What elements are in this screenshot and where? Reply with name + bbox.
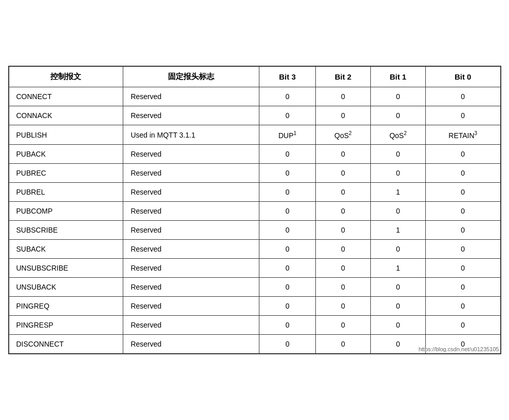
cell-bit0: RETAIN3 bbox=[425, 125, 500, 145]
table-row: PINGRESPReserved0000 bbox=[9, 316, 501, 335]
cell-bit3: 0 bbox=[259, 164, 316, 183]
cell-bit2: 0 bbox=[315, 106, 370, 125]
table-row: SUBACKReserved0000 bbox=[9, 240, 501, 259]
cell-bit0: 0 bbox=[425, 278, 500, 297]
cell-bit1: 0 bbox=[370, 240, 425, 259]
cell-bit2: 0 bbox=[315, 183, 370, 202]
cell-bit1: 0 bbox=[370, 106, 425, 125]
cell-control: PINGRESP bbox=[9, 316, 123, 335]
cell-bit0: 0 bbox=[425, 202, 500, 221]
table-row: UNSUBACKReserved0000 bbox=[9, 278, 501, 297]
cell-bit1: 0 bbox=[370, 316, 425, 335]
cell-bit3: 0 bbox=[259, 202, 316, 221]
table-wrapper: 控制报文 固定报头标志 Bit 3 Bit 2 Bit 1 Bit 0 CONN… bbox=[8, 66, 501, 355]
col-header-flags: 固定报头标志 bbox=[123, 66, 259, 87]
cell-control: CONNECT bbox=[9, 87, 123, 106]
cell-control: PUBACK bbox=[9, 145, 123, 164]
cell-bit3: 0 bbox=[259, 259, 316, 278]
cell-bit3: 0 bbox=[259, 106, 316, 125]
cell-bit0: 0 bbox=[425, 145, 500, 164]
cell-bit1: 1 bbox=[370, 259, 425, 278]
cell-flags: Reserved bbox=[123, 278, 259, 297]
cell-flags: Reserved bbox=[123, 145, 259, 164]
cell-bit3: 0 bbox=[259, 335, 316, 354]
cell-bit3: 0 bbox=[259, 297, 316, 316]
cell-bit1: 0 bbox=[370, 164, 425, 183]
cell-flags: Reserved bbox=[123, 221, 259, 240]
cell-flags: Reserved bbox=[123, 259, 259, 278]
cell-control: PUBREC bbox=[9, 164, 123, 183]
cell-bit3: DUP1 bbox=[259, 125, 316, 145]
cell-bit1: 0 bbox=[370, 335, 425, 354]
table-row: SUBSCRIBEReserved0010 bbox=[9, 221, 501, 240]
cell-control: PUBCOMP bbox=[9, 202, 123, 221]
cell-flags: Used in MQTT 3.1.1 bbox=[123, 125, 259, 145]
cell-flags: Reserved bbox=[123, 87, 259, 106]
cell-bit0: 0 bbox=[425, 240, 500, 259]
cell-bit3: 0 bbox=[259, 316, 316, 335]
cell-flags: Reserved bbox=[123, 202, 259, 221]
cell-control: PUBLISH bbox=[9, 125, 123, 145]
cell-flags: Reserved bbox=[123, 164, 259, 183]
cell-bit1: 1 bbox=[370, 183, 425, 202]
cell-bit0: 0 bbox=[425, 183, 500, 202]
cell-control: PUBREL bbox=[9, 183, 123, 202]
cell-bit0: 0 bbox=[425, 316, 500, 335]
cell-bit0: 0 bbox=[425, 164, 500, 183]
cell-bit2: 0 bbox=[315, 164, 370, 183]
cell-bit2: 0 bbox=[315, 316, 370, 335]
col-header-bit0: Bit 0 bbox=[425, 66, 500, 87]
cell-bit0: 0 bbox=[425, 297, 500, 316]
cell-bit1: 0 bbox=[370, 202, 425, 221]
cell-bit1: QoS2 bbox=[370, 125, 425, 145]
cell-control: SUBACK bbox=[9, 240, 123, 259]
cell-bit1: 0 bbox=[370, 145, 425, 164]
cell-bit1: 0 bbox=[370, 87, 425, 106]
col-header-bit1: Bit 1 bbox=[370, 66, 425, 87]
cell-bit3: 0 bbox=[259, 87, 316, 106]
table-row: PUBACKReserved0000 bbox=[9, 145, 501, 164]
cell-control: UNSUBACK bbox=[9, 278, 123, 297]
table-row: PUBRELReserved0010 bbox=[9, 183, 501, 202]
cell-bit0: 0 bbox=[425, 106, 500, 125]
col-header-bit2: Bit 2 bbox=[315, 66, 370, 87]
cell-bit2: 0 bbox=[315, 335, 370, 354]
cell-flags: Reserved bbox=[123, 316, 259, 335]
cell-control: DISCONNECT bbox=[9, 335, 123, 354]
cell-bit1: 1 bbox=[370, 221, 425, 240]
cell-bit2: 0 bbox=[315, 221, 370, 240]
table-row: PUBCOMPReserved0000 bbox=[9, 202, 501, 221]
cell-control: PINGREQ bbox=[9, 297, 123, 316]
cell-bit3: 0 bbox=[259, 221, 316, 240]
header-row: 控制报文 固定报头标志 Bit 3 Bit 2 Bit 1 Bit 0 bbox=[9, 66, 501, 87]
mqtt-table: 控制报文 固定报头标志 Bit 3 Bit 2 Bit 1 Bit 0 CONN… bbox=[8, 66, 501, 355]
cell-bit1: 0 bbox=[370, 297, 425, 316]
cell-bit2: 0 bbox=[315, 259, 370, 278]
cell-control: CONNACK bbox=[9, 106, 123, 125]
cell-bit2: 0 bbox=[315, 145, 370, 164]
table-row: UNSUBSCRIBEReserved0010 bbox=[9, 259, 501, 278]
cell-bit2: 0 bbox=[315, 278, 370, 297]
cell-bit2: 0 bbox=[315, 202, 370, 221]
cell-bit3: 0 bbox=[259, 278, 316, 297]
cell-bit1: 0 bbox=[370, 278, 425, 297]
table-row: CONNACKReserved0000 bbox=[9, 106, 501, 125]
cell-bit0: 0 bbox=[425, 87, 500, 106]
cell-bit0: 0 bbox=[425, 259, 500, 278]
cell-bit3: 0 bbox=[259, 240, 316, 259]
table-row: CONNECTReserved0000 bbox=[9, 87, 501, 106]
table-row: PUBRECReserved0000 bbox=[9, 164, 501, 183]
cell-bit0: 0 bbox=[425, 335, 500, 354]
cell-flags: Reserved bbox=[123, 297, 259, 316]
cell-bit2: 0 bbox=[315, 87, 370, 106]
cell-flags: Reserved bbox=[123, 106, 259, 125]
cell-bit2: QoS2 bbox=[315, 125, 370, 145]
cell-bit3: 0 bbox=[259, 145, 316, 164]
col-header-bit3: Bit 3 bbox=[259, 66, 316, 87]
table-row: PUBLISHUsed in MQTT 3.1.1DUP1QoS2QoS2RET… bbox=[9, 125, 501, 145]
cell-bit3: 0 bbox=[259, 183, 316, 202]
cell-control: SUBSCRIBE bbox=[9, 221, 123, 240]
col-header-control: 控制报文 bbox=[9, 66, 123, 87]
cell-flags: Reserved bbox=[123, 335, 259, 354]
cell-flags: Reserved bbox=[123, 183, 259, 202]
